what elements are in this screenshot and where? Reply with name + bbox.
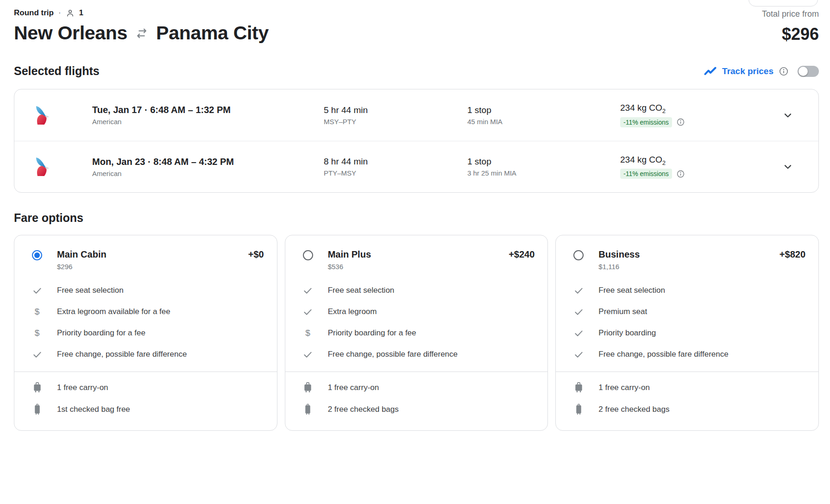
flight-duration: 8 hr 44 min [324, 157, 467, 167]
fare-card-header: Main Plus +$240 $536 [285, 235, 548, 280]
dollar-icon: $ [305, 328, 310, 338]
track-prices-toggle[interactable] [798, 66, 819, 77]
fare-feature-row: $ Free seat selection [14, 280, 277, 301]
dollar-icon: $ [35, 328, 40, 338]
fare-options-grid: Main Cabin +$0 $296 $ Free seat selectio… [14, 235, 819, 431]
fare-feature-label: Extra legroom [328, 307, 535, 316]
american-airlines-logo [31, 105, 52, 126]
flight-duration: 5 hr 44 min [324, 105, 467, 115]
check-icon [573, 285, 584, 296]
fare-feature-row: $ Free seat selection [556, 280, 818, 301]
flight-stop-detail: 45 min MIA [467, 118, 620, 126]
carry-on-bag-icon [32, 382, 43, 393]
fare-card-main-cabin[interactable]: Main Cabin +$0 $296 $ Free seat selectio… [14, 235, 277, 431]
track-prices-label: Track prices [722, 66, 773, 76]
emissions-badge: -11% emissions [620, 117, 672, 127]
passenger-icon [66, 9, 75, 18]
fare-feature-label: Priority boarding for a fee [57, 328, 264, 338]
fare-card-business[interactable]: Business +$820 $1,116 $ Free seat select… [555, 235, 819, 431]
share-button-partial[interactable] [748, 0, 818, 6]
trip-meta: Round trip · 1 [14, 8, 269, 18]
flight-stop-detail: 3 hr 25 min MIA [467, 169, 620, 177]
fare-price-delta: +$820 [780, 249, 805, 260]
bag-allowance-row: 1 free carry-on [556, 377, 818, 398]
checked-bag-icon [574, 403, 584, 416]
check-icon [302, 349, 313, 360]
fare-options-title: Fare options [14, 211, 819, 225]
flight-stops: 1 stop [467, 105, 620, 115]
fare-feature-label: Free seat selection [57, 286, 264, 295]
divider [556, 372, 818, 372]
fare-feature-row: $ Premium seat [556, 301, 818, 322]
fare-price-delta: +$240 [509, 249, 534, 260]
check-icon [573, 328, 584, 339]
flight-co2: 234 kg CO2 [620, 103, 774, 114]
fare-radio[interactable] [32, 250, 42, 260]
fare-radio[interactable] [303, 250, 313, 260]
fare-name: Business [598, 249, 767, 260]
trending-line-icon [704, 66, 717, 76]
fare-price: $536 [328, 263, 496, 271]
check-icon [573, 349, 584, 360]
flight-datetime: Tue, Jan 17 · 6:48 AM – 1:32 PM [92, 105, 324, 115]
fare-feature-label: Free change, possible fare difference [328, 350, 535, 359]
info-icon[interactable] [677, 170, 685, 178]
bag-allowance-label: 1 free carry-on [57, 383, 264, 392]
flight-airline: American [92, 170, 324, 177]
fare-radio[interactable] [573, 250, 584, 260]
fare-feature-row: $ Free change, possible fare difference [285, 344, 548, 365]
check-icon [573, 307, 584, 317]
passenger-count: 1 [79, 8, 83, 18]
fare-feature-row: $ Priority boarding [556, 322, 818, 344]
fare-feature-row: $ Extra legroom [285, 301, 548, 322]
checked-bag-icon [303, 403, 313, 416]
fare-feature-label: Extra legroom available for a fee [57, 307, 264, 316]
fare-card-main-plus[interactable]: Main Plus +$240 $536 $ Free seat selecti… [285, 235, 548, 431]
total-price-label: Total price from [762, 9, 819, 19]
bag-allowance-row: 2 free checked bags [285, 398, 548, 420]
info-icon[interactable] [677, 118, 685, 126]
bag-allowance-label: 2 free checked bags [328, 405, 535, 414]
fare-feature-label: Premium seat [598, 307, 805, 316]
bag-allowance-row: 1st checked bag free [14, 398, 277, 420]
selected-flights-card: Tue, Jan 17 · 6:48 AM – 1:32 PM American… [14, 89, 819, 193]
chevron-down-icon [782, 161, 794, 173]
google-flights-booking-page: Round trip · 1 New Orleans Panama City [0, 0, 830, 504]
bag-allowance-row: 1 free carry-on [14, 377, 277, 398]
swap-cities-icon [135, 26, 149, 40]
flight-row-return[interactable]: Mon, Jan 23 · 8:48 AM – 4:32 PM American… [14, 141, 818, 192]
check-icon [302, 307, 313, 317]
flight-airline: American [92, 118, 324, 126]
fare-feature-row: $ Extra legroom available for a fee [14, 301, 277, 322]
flight-co2: 234 kg CO2 [620, 155, 774, 166]
track-prices-group: Track prices [704, 66, 819, 77]
fare-feature-label: Free change, possible fare difference [598, 350, 805, 359]
bag-allowance-label: 1 free carry-on [598, 383, 805, 392]
check-icon [32, 285, 43, 296]
emissions-badge: -11% emissions [620, 169, 672, 179]
trip-header: Round trip · 1 New Orleans Panama City [14, 8, 819, 44]
check-icon [32, 349, 43, 360]
fare-feature-label: Free seat selection [598, 286, 805, 295]
flight-row-outbound[interactable]: Tue, Jan 17 · 6:48 AM – 1:32 PM American… [14, 89, 818, 141]
fare-feature-label: Priority boarding [598, 328, 805, 338]
expand-flight-button[interactable] [779, 106, 797, 125]
total-price-block: Total price from $296 [762, 9, 819, 44]
fare-card-header: Main Cabin +$0 $296 [14, 235, 277, 280]
route-title: New Orleans Panama City [14, 22, 269, 44]
bag-allowance-label: 2 free checked bags [598, 405, 805, 414]
fare-name: Main Cabin [57, 249, 235, 260]
toggle-knob [799, 67, 808, 76]
origin-city: New Orleans [14, 22, 127, 44]
fare-name: Main Plus [328, 249, 496, 260]
expand-flight-button[interactable] [779, 158, 797, 176]
bag-allowance-label: 1 free carry-on [328, 383, 535, 392]
selected-flights-header: Selected flights Track prices [14, 64, 819, 78]
fare-feature-row: $ Free change, possible fare difference [14, 344, 277, 365]
fare-feature-label: Free change, possible fare difference [57, 350, 264, 359]
total-price-value: $296 [762, 25, 819, 44]
bag-allowance-row: 1 free carry-on [285, 377, 548, 398]
info-icon[interactable] [779, 67, 788, 76]
carry-on-bag-icon [302, 382, 313, 393]
dollar-icon: $ [35, 307, 40, 317]
